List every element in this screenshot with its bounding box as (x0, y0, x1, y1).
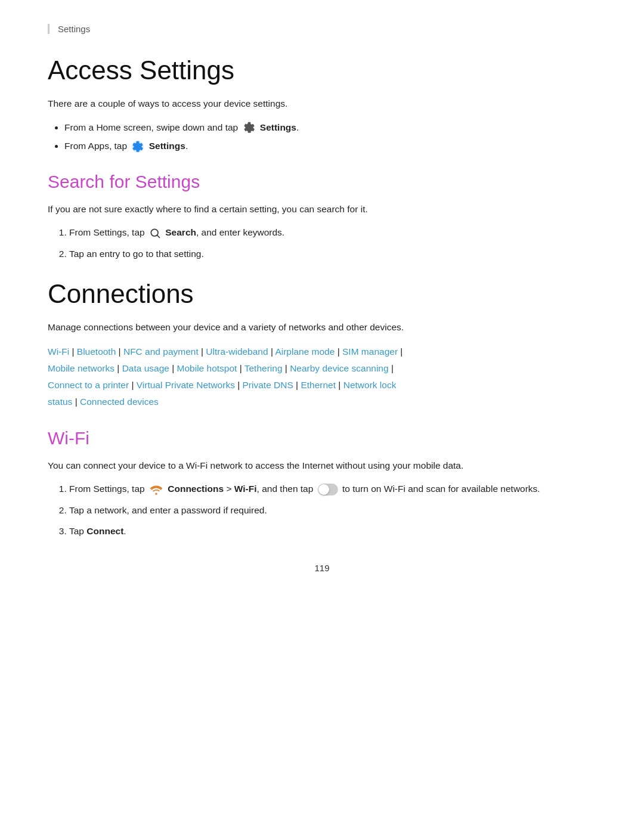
link-tethering[interactable]: Tethering (244, 363, 283, 373)
link-nearby-scanning[interactable]: Nearby device scanning (290, 363, 388, 373)
bullet-2-prefix: From Apps, tap (64, 141, 129, 151)
link-connect-printer[interactable]: Connect to a printer (48, 380, 129, 390)
connections-section: Connections Manage connections between y… (48, 279, 596, 410)
search-step-2-text: Tap an entry to go to that setting. (69, 249, 204, 259)
wifi-step-1-bold-1: Connections (168, 484, 224, 494)
search-step-1-suffix: , and enter keywords. (196, 227, 284, 237)
sep-8: | (169, 363, 177, 373)
bullet-2-period: . (185, 141, 188, 151)
access-settings-section: Access Settings There are a couple of wa… (48, 55, 596, 154)
wifi-step-3-bold: Connect (86, 526, 123, 536)
wifi-step-1-suffix: to turn on Wi-Fi and scan for available … (342, 484, 540, 494)
wifi-step-1: From Settings, tap Connections > Wi-Fi, … (69, 481, 596, 497)
sep-13: | (235, 380, 243, 390)
toggle-icon (318, 484, 338, 496)
link-sim[interactable]: SIM manager (342, 346, 398, 357)
access-settings-title: Access Settings (48, 55, 596, 85)
sep-2: | (116, 346, 123, 357)
link-network-lock[interactable]: Network lock (343, 380, 397, 390)
wifi-step-3: Tap Connect. (69, 524, 596, 539)
sep-15: | (336, 380, 343, 390)
search-step-1-prefix: From Settings, tap (69, 227, 145, 237)
link-mobile-hotspot[interactable]: Mobile hotspot (177, 363, 237, 373)
wifi-step-3-period: . (123, 526, 126, 536)
bullet-2-bold: Settings (149, 141, 185, 151)
wifi-step-2: Tap a network, and enter a password if r… (69, 503, 596, 518)
connections-intro: Manage connections between your device a… (48, 320, 596, 335)
sep-11: | (389, 363, 394, 373)
sep-7: | (114, 363, 122, 373)
wifi-section: Wi-Fi You can connect your device to a W… (48, 428, 596, 539)
access-bullet-2: From Apps, tap Settings. (64, 138, 596, 154)
connections-links-paragraph: Wi-Fi | Bluetooth | NFC and payment | Ul… (48, 343, 596, 410)
search-step-2: Tap an entry to go to that setting. (69, 246, 596, 262)
link-wifi[interactable]: Wi-Fi (48, 346, 69, 357)
search-icon (149, 227, 161, 239)
sep-4: | (268, 346, 275, 357)
link-bluetooth[interactable]: Bluetooth (77, 346, 116, 357)
link-status[interactable]: status (48, 397, 72, 407)
sep-1: | (69, 346, 77, 357)
breadcrumb: Settings (48, 24, 596, 34)
access-settings-intro: There are a couple of ways to access you… (48, 96, 596, 112)
link-private-dns[interactable]: Private DNS (243, 380, 293, 390)
wifi-step-1-prefix: From Settings, tap (69, 484, 147, 494)
access-bullet-1: From a Home screen, swipe down and tap S… (64, 120, 596, 135)
page-number: 119 (48, 563, 596, 573)
wifi-step-1-comma: , and then tap (257, 484, 316, 494)
sep-3: | (199, 346, 206, 357)
wifi-step-1-bold-2: Wi-Fi (234, 484, 257, 494)
sep-5: | (335, 346, 342, 357)
link-ethernet[interactable]: Ethernet (301, 380, 336, 390)
sep-10: | (283, 363, 290, 373)
search-step-1-bold: Search (165, 227, 196, 237)
link-ultrawideband[interactable]: Ultra-wideband (206, 346, 268, 357)
link-airplane[interactable]: Airplane mode (275, 346, 335, 357)
svg-line-2 (157, 236, 160, 238)
search-step-1: From Settings, tap Search, and enter key… (69, 225, 596, 240)
search-settings-section: Search for Settings If you are not sure … (48, 172, 596, 262)
sep-14: | (293, 380, 301, 390)
search-settings-intro: If you are not sure exactly where to fin… (48, 202, 596, 217)
wifi-intro: You can connect your device to a Wi-Fi n… (48, 458, 596, 473)
link-connected-devices[interactable]: Connected devices (80, 397, 159, 407)
sep-16: | (72, 397, 80, 407)
wifi-title: Wi-Fi (48, 428, 596, 448)
wifi-step-3-prefix: Tap (69, 526, 86, 536)
wifi-icon (149, 483, 163, 496)
sep-6: | (398, 346, 402, 357)
gear-dark-icon (243, 121, 256, 134)
link-nfc[interactable]: NFC and payment (123, 346, 199, 357)
link-mobile-networks[interactable]: Mobile networks (48, 363, 114, 373)
bullet-1-bold: Settings (260, 122, 296, 132)
gear-blue-icon (131, 140, 144, 153)
wifi-step-1-arrow: > (224, 484, 234, 494)
link-data-usage[interactable]: Data usage (122, 363, 169, 373)
access-settings-bullets: From a Home screen, swipe down and tap S… (64, 120, 596, 154)
link-vpn[interactable]: Virtual Private Networks (137, 380, 235, 390)
wifi-steps: From Settings, tap Connections > Wi-Fi, … (69, 481, 596, 539)
search-settings-title: Search for Settings (48, 172, 596, 192)
connections-title: Connections (48, 279, 596, 309)
bullet-1-period: . (296, 122, 299, 132)
sep-12: | (129, 380, 137, 390)
search-settings-steps: From Settings, tap Search, and enter key… (69, 225, 596, 261)
sep-9: | (237, 363, 244, 373)
wifi-step-2-text: Tap a network, and enter a password if r… (69, 505, 267, 515)
bullet-1-prefix: From a Home screen, swipe down and tap (64, 122, 241, 132)
